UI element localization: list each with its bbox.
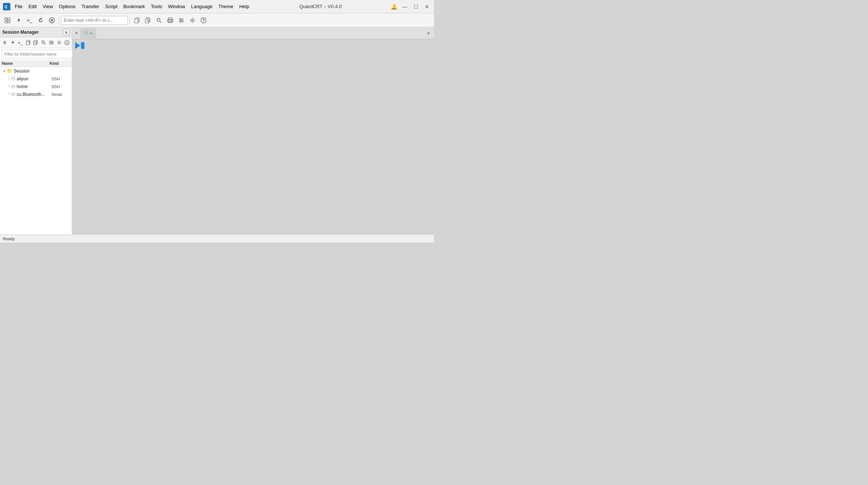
svg-marker-6 (17, 18, 20, 23)
menu-language[interactable]: Language (189, 3, 215, 10)
copy-icon (134, 17, 140, 23)
svg-rect-8 (135, 19, 138, 23)
session-panel-header: Session Manager x (0, 27, 72, 37)
menu-bar: File Edit View Options Transfer Script B… (13, 3, 251, 10)
sm-clone-button[interactable] (33, 39, 40, 47)
folder-session-label: Session (14, 68, 72, 74)
print-button[interactable] (165, 15, 175, 26)
tree-line-indent: └ (7, 84, 10, 89)
tree-session-aliyun[interactable]: └ ⚇ aliyun SSH (0, 75, 72, 83)
sm-connect-button[interactable] (1, 39, 9, 47)
quick-connect-button[interactable] (13, 15, 24, 26)
sm-link-icon (2, 40, 7, 45)
sm-help-icon: ? (64, 40, 70, 45)
terminal-area[interactable] (72, 39, 434, 234)
disconnect-button[interactable] (47, 15, 57, 26)
main-area: Session Manager x >_ (0, 27, 434, 234)
options-button[interactable] (176, 15, 186, 26)
menu-help[interactable]: Help (237, 3, 252, 10)
right-area: ✕ ⚇ ~ + (72, 27, 434, 234)
minimize-button[interactable]: — (401, 3, 409, 11)
tab-link-icon: ⚇ (84, 30, 88, 36)
sm-shell-icon: >_ (18, 40, 23, 45)
app-logo-icon: Q (4, 4, 10, 10)
tree-session-bluetooth[interactable]: └ ⚇ cu.Bluetooth... Serial (0, 90, 72, 98)
reconnect-button[interactable] (36, 15, 46, 26)
column-kind-header: Kind (50, 61, 70, 66)
options-icon (178, 17, 184, 23)
sm-options-button[interactable] (48, 39, 55, 47)
sm-find-button[interactable] (40, 39, 47, 47)
session-link-icon: ⚇ (11, 84, 16, 89)
sm-quick-connect-button[interactable] (9, 39, 16, 47)
session-manager-panel: Session Manager x >_ (0, 27, 72, 234)
help-button[interactable]: ? (198, 15, 209, 26)
sm-clone-icon (33, 40, 38, 45)
settings-button[interactable] (187, 15, 198, 26)
maximize-button[interactable]: ☐ (412, 3, 420, 11)
close-button[interactable]: ✕ (423, 3, 431, 11)
menu-theme[interactable]: Theme (216, 3, 235, 10)
clone-icon (145, 17, 151, 23)
session-link-icon: ⚇ (11, 76, 16, 81)
prompt-arrow-icon (75, 42, 80, 49)
svg-point-40 (51, 42, 53, 43)
svg-line-35 (44, 43, 46, 44)
menu-view[interactable]: View (40, 3, 55, 10)
toolbar: >_ (0, 13, 434, 27)
menu-options[interactable]: Options (57, 3, 78, 10)
session-bluetooth-kind: Serial (51, 92, 72, 97)
menu-file[interactable]: File (13, 3, 25, 10)
sm-settings-button[interactable] (55, 39, 63, 47)
session-panel-close-button[interactable]: x (63, 29, 70, 36)
shell-button[interactable]: >_ (24, 15, 35, 26)
menu-script[interactable]: Script (103, 3, 120, 10)
session-tree: ∨ 📁 Session └ ⚇ aliyun SSH └ ⚇ home SSH … (0, 67, 72, 234)
copy-session-button[interactable] (132, 15, 142, 26)
tab-close-x[interactable]: ✕ (74, 31, 79, 36)
title-bar-left: Q File Edit View Options Transfer Script… (3, 3, 251, 10)
tree-folder-session[interactable]: ∨ 📁 Session (0, 67, 72, 75)
svg-point-39 (50, 41, 51, 42)
svg-point-13 (157, 18, 160, 21)
svg-text:Q: Q (4, 5, 7, 9)
tab-tilde[interactable]: ⚇ ~ (80, 28, 96, 39)
bell-button[interactable]: 🔔 (390, 3, 398, 11)
svg-point-23 (180, 21, 181, 22)
tab-add-button[interactable]: + (424, 29, 433, 37)
terminal-prompt (75, 42, 84, 49)
svg-point-21 (180, 18, 181, 19)
clone-session-button[interactable] (143, 15, 153, 26)
session-toolbar: >_ (0, 37, 72, 48)
shell-icon: >_ (27, 18, 32, 23)
status-text: Ready (3, 237, 15, 241)
tree-line-indent: └ (7, 77, 10, 81)
sm-help-button[interactable]: ? (63, 39, 70, 47)
menu-tools[interactable]: Tools (149, 3, 164, 10)
menu-transfer[interactable]: Transfer (79, 3, 101, 10)
svg-text:?: ? (66, 41, 68, 45)
sm-copy-icon (26, 40, 31, 45)
window-controls: 🔔 — ☐ ✕ (390, 3, 431, 11)
session-bluetooth-label: cu.Bluetooth... (17, 92, 51, 97)
svg-rect-5 (8, 21, 10, 23)
session-filter-input[interactable] (2, 50, 74, 58)
tree-session-home[interactable]: └ ⚇ home SSH (0, 83, 72, 90)
menu-bookmark[interactable]: Bookmark (121, 3, 147, 10)
sm-shell-button[interactable]: >_ (17, 39, 24, 47)
folder-icon: 📁 (7, 68, 13, 74)
host-input[interactable] (61, 16, 128, 25)
svg-point-41 (50, 43, 51, 44)
menu-window[interactable]: Window (166, 3, 187, 10)
sm-search-icon (41, 40, 46, 45)
sm-options-icon (49, 40, 54, 45)
expand-icon: ∨ (1, 69, 7, 73)
sm-lightning-icon (10, 40, 15, 45)
svg-point-34 (42, 41, 44, 43)
menu-edit[interactable]: Edit (26, 3, 39, 10)
svg-rect-3 (8, 18, 10, 20)
connect-button[interactable] (2, 15, 13, 26)
tab-bar: ✕ ⚇ ~ + (72, 27, 434, 39)
sm-copy-button[interactable] (25, 39, 32, 47)
find-button[interactable] (154, 15, 164, 26)
